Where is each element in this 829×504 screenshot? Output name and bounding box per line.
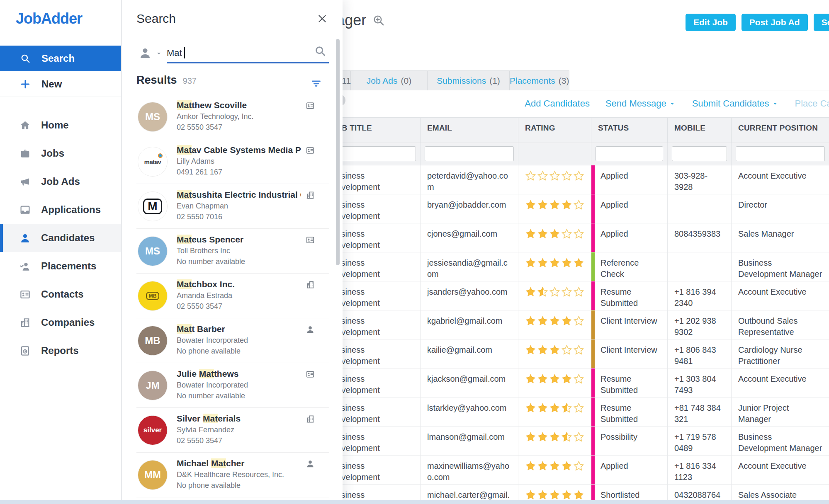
sidebar-item[interactable]: Home (0, 111, 121, 139)
search-result-item[interactable]: JM Julie Matthews Bowater Incorporated N… (136, 363, 329, 408)
sidebar-item-new[interactable]: New (0, 71, 121, 97)
cell-mobile: 8084359383 (668, 223, 732, 252)
sidebar-item-label: Placements (41, 260, 96, 272)
status-color-strip (591, 397, 595, 426)
sidebar-item-search[interactable]: Search (0, 46, 121, 71)
search-type-caret-icon[interactable] (155, 50, 163, 57)
star-empty-icon (573, 228, 585, 240)
cell-email: kailie@gmail.com (421, 339, 518, 368)
action-link[interactable]: Send Message (605, 98, 676, 109)
tab[interactable]: Placements (3) (510, 70, 569, 90)
sidebar-item[interactable]: Applications (0, 196, 121, 224)
filter-input-current-position[interactable] (736, 146, 825, 161)
search-result-item[interactable]: MS Mateus Spencer Toll Brothers Inc No n… (136, 229, 329, 274)
filter-input-email[interactable] (425, 146, 514, 161)
table-row[interactable]: Business Development Manager cjones@gmai… (324, 223, 829, 252)
result-phone: 02 5550 3547 (177, 302, 297, 311)
sidebar-item[interactable]: Candidates (0, 224, 121, 252)
search-result-item[interactable]: M Matsushita Electric Industrial Co. Eva… (136, 184, 329, 229)
rating-stars[interactable] (525, 257, 585, 269)
result-name: Silver Materials (177, 414, 301, 424)
action-link[interactable]: Place Candidates (795, 98, 829, 109)
sidebar-item-label: Candidates (41, 232, 95, 244)
person-icon (19, 233, 31, 244)
rating-stars[interactable] (525, 170, 585, 182)
search-result-item[interactable]: MB Matchbox Inc. Amanda Estrada 02 5550 … (136, 274, 329, 318)
rating-stars[interactable] (525, 315, 585, 327)
table-row[interactable]: Business Development Manager kjackson@gm… (324, 368, 829, 397)
zoom-in-icon[interactable] (372, 14, 385, 27)
table-row[interactable]: Business Development Manager jessiesandi… (324, 252, 829, 281)
rating-stars[interactable] (525, 460, 585, 472)
filter-icon[interactable] (311, 78, 322, 89)
column-header-mobile[interactable]: MOBILE (668, 118, 732, 143)
search-type-person-icon[interactable] (139, 46, 152, 60)
cell-current-position: Director (732, 194, 829, 223)
cell-current-position: Sales Manager (732, 223, 829, 252)
rating-stars[interactable] (525, 199, 585, 211)
table-row[interactable]: Business Development Manager maxinewilli… (324, 456, 829, 485)
table-row[interactable]: Business Development Manager jsanders@ya… (324, 281, 829, 310)
scrollbar-thumb[interactable] (336, 39, 340, 265)
table-row[interactable]: Business Development Manager lmanson@gma… (324, 426, 829, 456)
rating-stars[interactable] (525, 489, 585, 501)
search-input-underline (167, 62, 329, 63)
rating-stars[interactable] (525, 431, 585, 443)
job-action-button[interactable]: Send Message (814, 14, 829, 31)
rating-stars[interactable] (525, 228, 585, 240)
column-header-rating[interactable]: RATING (518, 118, 591, 143)
action-link[interactable]: Submit Candidates (692, 98, 779, 109)
sidebar-item[interactable]: Job Ads (0, 167, 121, 196)
results-count: 937 (183, 76, 197, 85)
home-icon (19, 120, 31, 131)
status-color-strip (591, 252, 595, 281)
star-full-icon (537, 402, 549, 414)
column-header-current-position[interactable]: CURRENT POSITION (732, 118, 829, 143)
column-header-status[interactable]: STATUS (591, 118, 668, 143)
table-row[interactable]: Business Development Manager kgabriel@gm… (324, 310, 829, 339)
rating-stars[interactable] (525, 373, 585, 385)
job-action-button[interactable]: Post Job Ad (741, 14, 808, 31)
status-color-strip (591, 223, 595, 252)
table-row[interactable]: Business Development Manager bryan@jobad… (324, 194, 829, 223)
megaphone-icon (19, 176, 31, 187)
filter-input-status[interactable] (596, 146, 663, 161)
sidebar-item[interactable]: Reports (0, 337, 121, 365)
rating-stars[interactable] (525, 344, 585, 356)
search-input[interactable] (167, 45, 316, 61)
search-panel-header: Search (122, 0, 343, 38)
sidebar-item-label: Reports (41, 345, 79, 356)
table-row[interactable]: Business Development Manager kailie@gmai… (324, 339, 829, 368)
search-result-item[interactable]: MM Michael Matcher D&K Healthcare Resour… (136, 453, 329, 497)
table-row[interactable]: Business Development Manager peterdavid@… (324, 165, 829, 194)
sidebar-item[interactable]: Placements (0, 252, 121, 280)
search-submit-icon[interactable] (314, 45, 326, 57)
rating-stars[interactable] (525, 286, 585, 298)
jobadder-logo[interactable]: JobAdder (16, 10, 82, 27)
sidebar-item[interactable]: Jobs (0, 139, 121, 167)
table-row[interactable]: Business Development Manager lstarkley@y… (324, 397, 829, 426)
cell-current-position: Account Executive (732, 456, 829, 484)
star-empty-icon (573, 460, 585, 472)
search-result-item[interactable]: MS Matthew Scoville Amkor Technology, In… (136, 94, 329, 139)
search-result-item[interactable]: MB Matt Barber Bowater Incorporated No p… (136, 318, 329, 363)
cell-current-position: Business Development Manager (732, 252, 829, 281)
tab[interactable]: Submissions (1) (428, 70, 510, 90)
filter-input-mobile[interactable] (672, 146, 727, 161)
rating-stars[interactable] (525, 402, 585, 414)
sidebar-item[interactable]: Companies (0, 308, 121, 337)
search-result-item[interactable]: matav Matav Cable Systems Media Pty Limi… (136, 139, 329, 184)
job-action-button[interactable]: Edit Job (686, 14, 736, 31)
column-header-email[interactable]: EMAIL (421, 118, 518, 143)
star-half-icon (561, 431, 573, 443)
sidebar-item[interactable]: Contacts (0, 280, 121, 308)
tab[interactable]: Job Ads (0) (351, 70, 428, 90)
cell-current-position: Business Development Manager (732, 426, 829, 455)
close-icon[interactable] (317, 13, 328, 24)
search-result-item[interactable]: silver Silver Materials Sylvia Fernandez… (136, 408, 329, 453)
action-link[interactable]: Add Candidates (525, 98, 590, 109)
cell-email: maxinewilliams@yahoo.com (421, 456, 518, 484)
avatar: MS (138, 102, 168, 132)
star-full-icon (549, 489, 561, 501)
star-empty-icon (549, 286, 561, 298)
